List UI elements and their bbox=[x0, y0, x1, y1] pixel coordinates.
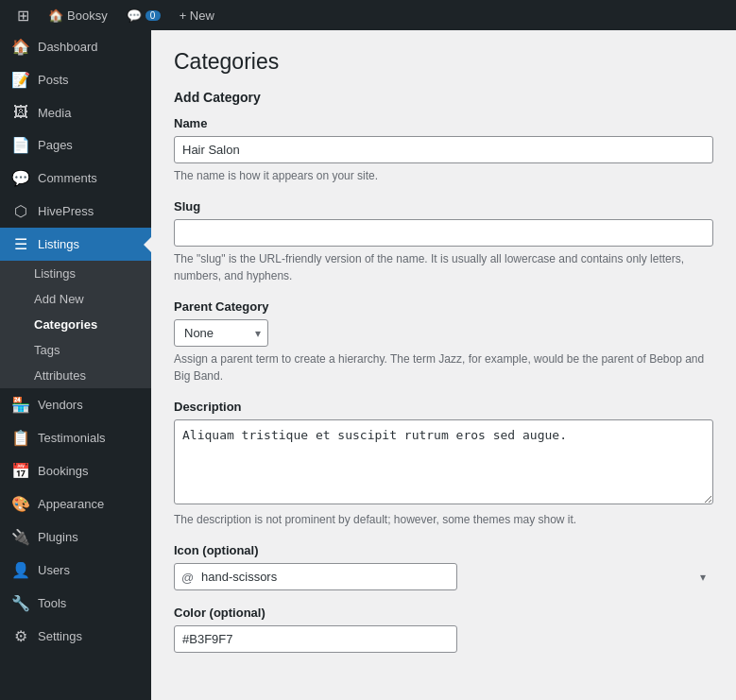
sidebar-label-posts: Posts bbox=[38, 73, 69, 87]
name-input[interactable] bbox=[174, 136, 713, 163]
sidebar-item-comments[interactable]: 💬 Comments bbox=[0, 162, 151, 195]
active-arrow bbox=[144, 237, 151, 252]
sidebar-item-posts[interactable]: 📝 Posts bbox=[0, 63, 151, 96]
main-content: Categories Add Category Name The name is… bbox=[151, 30, 736, 700]
submenu-tags[interactable]: Tags bbox=[0, 337, 151, 363]
color-field: Color (optional) bbox=[174, 606, 713, 653]
sidebar-label-hivepress: HivePress bbox=[38, 204, 94, 218]
name-label: Name bbox=[174, 116, 713, 130]
sidebar-item-hivepress[interactable]: ⬡ HivePress bbox=[0, 195, 151, 228]
comments-count: 0 bbox=[145, 10, 161, 21]
new-content-button[interactable]: + New bbox=[170, 0, 224, 30]
sidebar-label-tools: Tools bbox=[38, 596, 66, 610]
submenu-attributes[interactable]: Attributes bbox=[0, 363, 151, 388]
parent-category-select[interactable]: None bbox=[174, 319, 268, 347]
house-icon: 🏠 bbox=[48, 9, 63, 23]
name-field: Name The name is how it appears on your … bbox=[174, 116, 713, 184]
parent-category-select-wrapper: None ▾ bbox=[174, 319, 268, 347]
description-hint: The description is not prominent by defa… bbox=[174, 511, 713, 528]
comment-icon: 💬 bbox=[127, 9, 142, 23]
listings-submenu: Listings Add New Categories Tags Attribu… bbox=[0, 261, 151, 388]
sidebar-item-bookings[interactable]: 📅 Bookings bbox=[0, 454, 151, 487]
icon-at-sign: @ bbox=[181, 570, 194, 584]
description-field: Description Aliquam tristique et suscipi… bbox=[174, 400, 713, 528]
icon-label: Icon (optional) bbox=[174, 543, 713, 557]
sidebar-item-dashboard[interactable]: 🏠 Dashboard bbox=[0, 30, 151, 63]
top-bar: ⊞ 🏠 Booksy 💬 0 + New bbox=[0, 0, 736, 30]
icon-input[interactable] bbox=[174, 563, 457, 590]
submenu-listings[interactable]: Listings bbox=[0, 261, 151, 286]
sidebar-label-settings: Settings bbox=[38, 629, 82, 643]
slug-input[interactable] bbox=[174, 219, 713, 247]
comments-icon: 💬 bbox=[11, 169, 30, 187]
dashboard-icon: 🏠 bbox=[11, 38, 30, 56]
wp-logo[interactable]: ⊞ bbox=[8, 0, 39, 30]
wp-icon: ⊞ bbox=[17, 7, 29, 25]
posts-icon: 📝 bbox=[11, 71, 30, 89]
sidebar-label-vendors: Vendors bbox=[38, 398, 83, 412]
icon-dropdown-arrow: ▾ bbox=[700, 571, 706, 584]
slug-hint: The "slug" is the URL-friendly version o… bbox=[174, 250, 713, 284]
testimonials-icon: 📋 bbox=[11, 429, 30, 447]
sidebar-item-testimonials[interactable]: 📋 Testimonials bbox=[0, 421, 151, 454]
sidebar-label-dashboard: Dashboard bbox=[38, 40, 98, 54]
description-textarea[interactable]: Aliquam tristique et suscipit rutrum ero… bbox=[174, 419, 713, 504]
sidebar-item-users[interactable]: 👤 Users bbox=[0, 554, 151, 587]
site-name: Booksy bbox=[67, 9, 108, 23]
listings-icon: ☰ bbox=[11, 235, 30, 253]
sidebar-item-plugins[interactable]: 🔌 Plugins bbox=[0, 521, 151, 554]
description-label: Description bbox=[174, 400, 713, 414]
submenu-add-new[interactable]: Add New bbox=[0, 286, 151, 312]
sidebar-label-appearance: Appearance bbox=[38, 497, 104, 511]
slug-field: Slug The "slug" is the URL-friendly vers… bbox=[174, 199, 713, 284]
slug-label: Slug bbox=[174, 199, 713, 213]
icon-field: Icon (optional) @ ▾ bbox=[174, 543, 713, 590]
sidebar-label-plugins: Plugins bbox=[38, 530, 78, 544]
sidebar-item-appearance[interactable]: 🎨 Appearance bbox=[0, 487, 151, 521]
pages-icon: 📄 bbox=[11, 136, 30, 154]
sidebar-item-media[interactable]: 🖼 Media bbox=[0, 96, 151, 128]
new-label: + New bbox=[180, 9, 214, 23]
submenu-categories[interactable]: Categories bbox=[0, 312, 151, 337]
site-name-link[interactable]: 🏠 Booksy bbox=[39, 0, 117, 30]
media-icon: 🖼 bbox=[11, 104, 30, 121]
users-icon: 👤 bbox=[11, 561, 30, 579]
sidebar-label-testimonials: Testimonials bbox=[38, 431, 106, 445]
vendors-icon: 🏪 bbox=[11, 396, 30, 414]
tools-icon: 🔧 bbox=[11, 594, 30, 612]
bookings-icon: 📅 bbox=[11, 462, 30, 480]
sidebar-item-settings[interactable]: ⚙ Settings bbox=[0, 620, 151, 653]
add-category-section: Add Category Name The name is how it app… bbox=[174, 90, 713, 653]
parent-category-field: Parent Category None ▾ Assign a parent t… bbox=[174, 299, 713, 384]
color-input[interactable] bbox=[174, 625, 457, 653]
sidebar-label-users: Users bbox=[38, 563, 70, 577]
sidebar-label-media: Media bbox=[38, 106, 71, 120]
appearance-icon: 🎨 bbox=[11, 495, 30, 513]
sidebar-label-comments: Comments bbox=[38, 171, 97, 185]
settings-icon: ⚙ bbox=[11, 627, 30, 645]
sidebar-label-bookings: Bookings bbox=[38, 464, 88, 478]
name-hint: The name is how it appears on your site. bbox=[174, 167, 713, 184]
sidebar-item-vendors[interactable]: 🏪 Vendors bbox=[0, 388, 151, 421]
parent-category-hint: Assign a parent term to create a hierarc… bbox=[174, 350, 713, 384]
hivepress-icon: ⬡ bbox=[11, 202, 30, 220]
sidebar-item-tools[interactable]: 🔧 Tools bbox=[0, 587, 151, 620]
sidebar-label-listings: Listings bbox=[38, 237, 79, 251]
color-label: Color (optional) bbox=[174, 606, 713, 620]
sidebar-label-pages: Pages bbox=[38, 138, 73, 152]
main-layout: 🏠 Dashboard 📝 Posts 🖼 Media 📄 Pages 💬 Co… bbox=[0, 30, 736, 700]
plugins-icon: 🔌 bbox=[11, 528, 30, 546]
parent-category-label: Parent Category bbox=[174, 299, 713, 314]
add-category-title: Add Category bbox=[174, 90, 713, 105]
page-title: Categories bbox=[174, 49, 713, 75]
icon-select-wrapper: @ ▾ bbox=[174, 563, 713, 590]
sidebar: 🏠 Dashboard 📝 Posts 🖼 Media 📄 Pages 💬 Co… bbox=[0, 30, 151, 700]
sidebar-item-pages[interactable]: 📄 Pages bbox=[0, 128, 151, 162]
comments-link[interactable]: 💬 0 bbox=[117, 0, 170, 30]
color-input-wrapper bbox=[174, 625, 713, 653]
sidebar-item-listings[interactable]: ☰ Listings bbox=[0, 228, 151, 261]
